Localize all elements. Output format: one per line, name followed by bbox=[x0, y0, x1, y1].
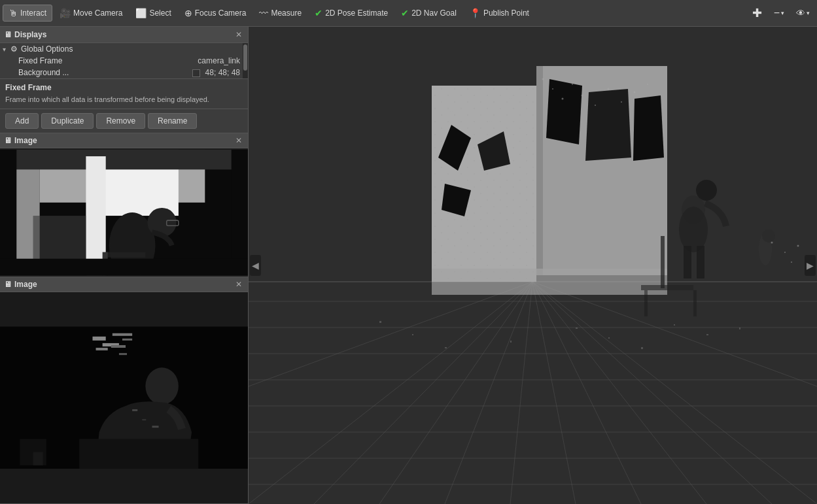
svg-point-84 bbox=[490, 121, 492, 123]
svg-point-95 bbox=[621, 101, 622, 103]
background-label: Background ... bbox=[18, 68, 187, 77]
image-panel-2: 🖥 Image ✕ bbox=[0, 277, 248, 504]
svg-point-83 bbox=[480, 114, 481, 116]
image-panel-1: 🖥 Image ✕ bbox=[0, 133, 248, 277]
image-panel-1-close-button[interactable]: ✕ bbox=[234, 135, 244, 146]
gear-icon: ⚙ bbox=[10, 44, 21, 54]
image-panel-1-title: Image bbox=[14, 136, 37, 145]
tooltip-text: Frame into which all data is transformed… bbox=[5, 95, 243, 105]
measure-icon: 〰 bbox=[259, 8, 268, 18]
svg-point-85 bbox=[500, 108, 501, 109]
displays-scrollbar[interactable] bbox=[243, 43, 248, 78]
svg-point-87 bbox=[519, 118, 521, 119]
svg-rect-75 bbox=[674, 324, 675, 326]
camera-image-1 bbox=[0, 148, 248, 277]
remove-button[interactable]: Remove bbox=[96, 113, 145, 129]
svg-rect-67 bbox=[693, 290, 697, 316]
svg-point-81 bbox=[461, 97, 462, 98]
svg-rect-72 bbox=[576, 328, 578, 329]
global-options-label: Global Options bbox=[21, 44, 240, 54]
main-content: 🖥 Displays ✕ ▾ ⚙ Global Options bbox=[0, 27, 817, 504]
move-camera-icon: 🎥 bbox=[60, 8, 71, 18]
publish-point-label: Publish Point bbox=[483, 8, 529, 18]
svg-point-58 bbox=[696, 180, 717, 201]
focus-camera-button[interactable]: ⊕ Focus Camera bbox=[179, 5, 252, 22]
pose-estimate-button[interactable]: ✔ 2D Pose Estimate bbox=[309, 5, 394, 22]
svg-rect-55 bbox=[536, 66, 543, 275]
svg-point-91 bbox=[572, 84, 573, 85]
duplicate-button[interactable]: Duplicate bbox=[41, 113, 94, 129]
3d-scene bbox=[249, 27, 817, 504]
pose-estimate-label: 2D Pose Estimate bbox=[325, 8, 388, 18]
image-icon-2: 🖥 bbox=[4, 280, 12, 289]
move-camera-button[interactable]: 🎥 Move Camera bbox=[54, 5, 128, 22]
displays-header-left: 🖥 Displays bbox=[4, 30, 46, 39]
measure-button[interactable]: 〰 Measure bbox=[253, 5, 307, 22]
svg-rect-29 bbox=[33, 452, 43, 465]
minus-icon: − bbox=[774, 7, 780, 19]
svg-rect-20 bbox=[96, 348, 108, 350]
svg-rect-13 bbox=[232, 150, 248, 275]
svg-rect-9 bbox=[106, 252, 146, 258]
svg-point-100 bbox=[797, 245, 799, 247]
viewport-left-arrow[interactable]: ◀ bbox=[250, 255, 261, 276]
svg-rect-17 bbox=[113, 333, 132, 336]
tree-row-background[interactable]: Background ... 48; 48; 48 bbox=[0, 67, 243, 78]
tooltip-title: Fixed Frame bbox=[5, 83, 243, 92]
image-panel-2-header-left: 🖥 Image bbox=[4, 280, 37, 289]
minus-dropdown-button[interactable]: − ▾ bbox=[769, 4, 789, 22]
svg-point-80 bbox=[451, 111, 453, 113]
image-panel-2-content bbox=[0, 292, 248, 503]
image-panel-1-content bbox=[0, 148, 248, 277]
svg-point-79 bbox=[441, 101, 442, 103]
3d-viewport[interactable]: ◀ ▶ bbox=[249, 27, 817, 504]
svg-point-101 bbox=[791, 261, 792, 263]
add-button[interactable]: Add bbox=[5, 113, 39, 129]
displays-close-button[interactable]: ✕ bbox=[234, 29, 244, 40]
publish-point-button[interactable]: 📍 Publish Point bbox=[464, 5, 535, 22]
image-panel-2-title: Image bbox=[14, 280, 37, 289]
measure-label: Measure bbox=[271, 8, 302, 18]
svg-point-98 bbox=[771, 242, 773, 244]
background-color-text: 48; 48; 48 bbox=[205, 68, 240, 77]
action-buttons-row: Add Duplicate Remove Rename bbox=[0, 109, 248, 133]
svg-point-92 bbox=[582, 95, 583, 97]
svg-rect-25 bbox=[132, 409, 137, 411]
svg-point-97 bbox=[647, 84, 648, 85]
svg-rect-60 bbox=[684, 246, 691, 278]
add-displays-button[interactable]: ✚ bbox=[748, 3, 767, 24]
svg-rect-76 bbox=[706, 334, 708, 335]
interact-label: Interact bbox=[20, 8, 46, 18]
svg-rect-73 bbox=[608, 337, 610, 339]
interact-button[interactable]: 🖱 Interact bbox=[3, 5, 52, 22]
eye-dropdown-button[interactable]: 👁 ▾ bbox=[791, 5, 814, 22]
select-icon: ⬜ bbox=[135, 8, 147, 18]
svg-rect-64 bbox=[661, 236, 665, 288]
svg-rect-70 bbox=[445, 347, 447, 348]
svg-rect-22 bbox=[119, 353, 127, 355]
focus-camera-icon: ⊕ bbox=[184, 8, 192, 18]
svg-rect-71 bbox=[510, 341, 512, 343]
scrollbar-thumb[interactable] bbox=[243, 44, 247, 71]
svg-rect-66 bbox=[644, 290, 648, 316]
svg-rect-61 bbox=[697, 246, 704, 278]
displays-header: 🖥 Displays ✕ bbox=[0, 27, 248, 43]
nav-goal-button[interactable]: ✔ 2D Nav Goal bbox=[395, 5, 462, 22]
select-button[interactable]: ⬜ Select bbox=[130, 5, 177, 22]
rename-button[interactable]: Rename bbox=[148, 113, 197, 129]
color-swatch bbox=[192, 69, 200, 77]
svg-point-88 bbox=[542, 78, 544, 80]
left-panel: 🖥 Displays ✕ ▾ ⚙ Global Options bbox=[0, 27, 249, 504]
depth-image bbox=[0, 292, 248, 503]
svg-rect-56 bbox=[432, 269, 667, 295]
image-panel-2-close-button[interactable]: ✕ bbox=[234, 279, 244, 290]
dropdown-arrow-icon: ▾ bbox=[781, 10, 784, 16]
viewport-right-arrow[interactable]: ▶ bbox=[805, 255, 816, 276]
tree-row-global-options[interactable]: ▾ ⚙ Global Options bbox=[0, 43, 243, 55]
svg-point-86 bbox=[510, 98, 512, 100]
tree-row-fixed-frame[interactable]: Fixed Frame camera_link bbox=[0, 55, 243, 67]
svg-point-89 bbox=[552, 88, 553, 90]
svg-rect-65 bbox=[641, 285, 693, 290]
svg-point-59 bbox=[679, 207, 708, 252]
svg-point-96 bbox=[634, 92, 636, 93]
